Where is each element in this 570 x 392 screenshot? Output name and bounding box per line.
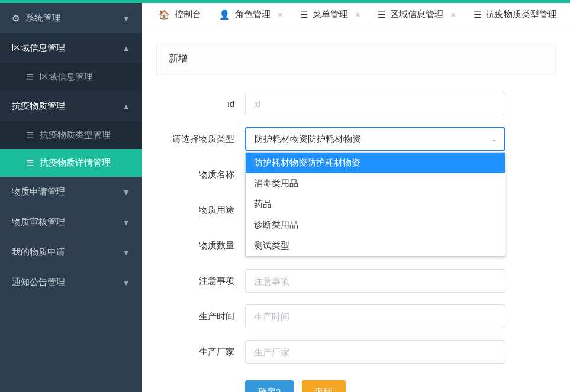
chevron-up-icon: ▲ (122, 102, 130, 111)
sidebar-item-label: 系统管理 (25, 12, 61, 24)
id-label: id (156, 99, 245, 109)
tab-label: 抗疫物质类型管理 (486, 9, 557, 20)
sidebar-item-label: 通知公告管理 (12, 277, 65, 288)
back-button[interactable]: 返回 (302, 380, 346, 392)
sidebar-item-label: 抗疫物质类型管理 (40, 129, 111, 141)
list-icon: ☰ (26, 130, 34, 141)
gear-icon: ⚙ (12, 13, 20, 24)
content-area: 新增 id 请选择物质类型 防护耗材物资防护耗材物资 ⌄ 防护耗材物资防护耗材物… (142, 28, 570, 392)
chevron-down-icon: ▼ (122, 187, 130, 197)
panel-title: 新增 (156, 43, 556, 75)
note-input[interactable] (245, 269, 505, 293)
tab-label: 菜单管理 (313, 9, 348, 20)
type-select[interactable]: 防护耗材物资防护耗材物资 ⌄ (245, 127, 505, 151)
sidebar-item-audit[interactable]: 物质审核管理 ▼ (0, 207, 142, 237)
sidebar-subitem-material-detail[interactable]: ☰ 抗疫物质详情管理 (0, 149, 142, 177)
sidebar-item-label: 物质审核管理 (12, 216, 65, 228)
sidebar-item-label: 我的物质申请 (12, 247, 65, 258)
tab-label: 区域信息管理 (390, 9, 443, 20)
time-input[interactable] (245, 304, 505, 328)
tab-label: 角色管理 (235, 9, 270, 20)
sidebar: ⚙ 系统管理 ▼ 区域信息管理 ▲ ☰ 区域信息管理 抗疫物质管理 ▲ ☰ 抗疫… (0, 3, 142, 392)
id-input[interactable] (245, 92, 505, 115)
dropdown-option-4[interactable]: 测试类型 (246, 235, 505, 256)
sidebar-item-material[interactable]: 抗疫物质管理 ▲ (0, 91, 142, 121)
list-icon: ☰ (26, 158, 34, 169)
sidebar-item-label: 区域信息管理 (12, 43, 65, 54)
qty-label: 物质数量 (156, 240, 245, 251)
type-label: 请选择物质类型 (156, 134, 245, 145)
tab-bar: 🏠 控制台 👤 角色管理 × ☰ 菜单管理 × ☰ 区域信息管理 × ☰ 抗疫物… (142, 3, 570, 28)
sidebar-item-label: 物质申请管理 (12, 186, 65, 197)
tab-region[interactable]: ☰ 区域信息管理 × (369, 3, 463, 28)
sidebar-item-label: 区域信息管理 (40, 72, 93, 83)
tab-role[interactable]: 👤 角色管理 × (211, 3, 291, 28)
use-label: 物质用途 (156, 205, 245, 216)
sidebar-item-label: 抗疫物质详情管理 (40, 157, 111, 169)
factory-label: 生产厂家 (156, 346, 245, 358)
factory-input[interactable] (245, 340, 505, 364)
chevron-down-icon: ▼ (122, 218, 130, 227)
sidebar-item-apply[interactable]: 物质申请管理 ▼ (0, 177, 142, 207)
dropdown-option-0[interactable]: 防护耗材物资防护耗材物资 (246, 153, 505, 173)
name-label: 物质名称 (156, 169, 245, 180)
chevron-up-icon: ▲ (122, 44, 130, 53)
chevron-down-icon: ⌄ (491, 135, 497, 143)
chevron-down-icon: ▼ (122, 278, 130, 287)
submit-button[interactable]: 确定2 (245, 380, 294, 392)
list-icon: ☰ (474, 9, 481, 20)
tab-label: 控制台 (175, 9, 201, 20)
tab-console[interactable]: 🏠 控制台 (150, 3, 210, 28)
note-label: 注意事项 (156, 276, 245, 287)
sidebar-subitem-region-info[interactable]: ☰ 区域信息管理 (0, 63, 142, 91)
home-icon: 🏠 (159, 9, 170, 20)
select-value: 防护耗材物资防护耗材物资 (255, 134, 361, 145)
chevron-down-icon: ▼ (122, 248, 130, 257)
time-label: 生产时间 (156, 311, 245, 322)
chevron-down-icon: ▼ (122, 14, 130, 23)
type-dropdown: 防护耗材物资防护耗材物资 消毒类用品 药品 诊断类用品 测试类型 (245, 152, 505, 257)
dropdown-option-3[interactable]: 诊断类用品 (246, 215, 505, 235)
list-icon: ☰ (378, 9, 385, 20)
list-icon: ☰ (26, 72, 34, 83)
tab-material-type[interactable]: ☰ 抗疫物质类型管理 (465, 3, 565, 28)
sidebar-item-notice[interactable]: 通知公告管理 ▼ (0, 267, 142, 297)
sidebar-item-myapply[interactable]: 我的物质申请 ▼ (0, 237, 142, 267)
tab-menu[interactable]: ☰ 菜单管理 × (292, 3, 368, 28)
close-icon[interactable]: × (353, 10, 360, 20)
sidebar-subitem-material-type[interactable]: ☰ 抗疫物质类型管理 (0, 121, 142, 149)
close-icon[interactable]: × (448, 10, 455, 20)
sidebar-item-system[interactable]: ⚙ 系统管理 ▼ (0, 3, 142, 33)
list-icon: ☰ (300, 9, 308, 20)
sidebar-item-region[interactable]: 区域信息管理 ▲ (0, 33, 142, 63)
user-icon: 👤 (219, 9, 230, 20)
dropdown-option-1[interactable]: 消毒类用品 (246, 173, 505, 194)
dropdown-option-2[interactable]: 药品 (246, 194, 505, 215)
sidebar-item-label: 抗疫物质管理 (12, 101, 65, 112)
main-area: 🏠 控制台 👤 角色管理 × ☰ 菜单管理 × ☰ 区域信息管理 × ☰ 抗疫物… (142, 3, 570, 392)
close-icon[interactable]: × (275, 10, 282, 20)
